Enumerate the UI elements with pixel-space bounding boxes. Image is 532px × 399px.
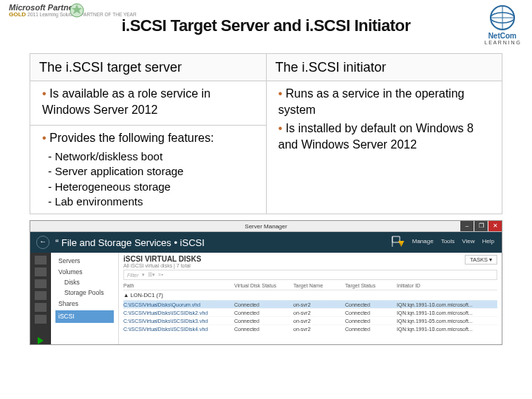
slide-title: i.SCSI Target Server and i.SCSI Initiato… [0,16,532,35]
filter-dropdown-icon[interactable]: ▾ [142,272,145,278]
filter-tag-icon[interactable]: ⌗▾ [158,272,163,278]
menu-view[interactable]: View [462,238,474,245]
cell-vstatus: Connected [234,318,293,324]
cell-target-row1: Is available as a role service in Window… [30,81,267,126]
cell-path: C:\iSCSIVirtualDisks\iSCSIDisk2.vhd [123,310,234,316]
strip-icon[interactable] [35,315,47,324]
initiator-bullet-1: Runs as a service in the operating syste… [279,86,494,117]
cell-path: C:\iSCSIVirtualDisks\iSCSIDisk4.vhd [123,327,234,332]
target-bullet-2: Provides the following features: [42,130,257,146]
nav-disks[interactable]: Disks [55,277,114,287]
cell-path: C:\iSCSIVirtualDisks\Quorum.vhd [123,302,234,307]
cell-vstatus: Connected [234,327,293,332]
main-panel: TASKS ▾ iSCSI VIRTUAL DISKS All iSCSI vi… [119,253,502,344]
filter-id-icon[interactable]: ☰▾ [148,272,155,278]
cell-iid: IQN:iqn.1991-10.com.microsoft... [397,302,497,307]
cell-initiator: Runs as a service in the operating syste… [266,81,502,214]
cell-vstatus: Connected [234,302,293,307]
cell-vstatus: Connected [234,310,293,316]
target-bullet-1: Is available as a role service in Window… [42,86,257,117]
table-headers: Path Virtual Disk Status Target Name Tar… [123,282,497,290]
cell-path: C:\iSCSIVirtualDisks\iSCSIDisk3.vhd [123,318,234,324]
notification-flag-icon[interactable]: ! [391,235,404,250]
cell-iid: IQN:iqn.1991-10.com.microsoft... [397,310,497,316]
globe-icon [489,4,516,32]
cell-iid: IQN:iqn.1991-10.com.microsoft... [397,327,497,332]
cell-tname: on-svr2 [293,318,345,324]
netcom-logo: NetCom L E A R N I N G [485,4,520,45]
comparison-table: The i.SCSI target server The i.SCSI init… [30,53,502,214]
nav-panel: Servers Volumes Disks Storage Pools Shar… [51,253,119,344]
window-title: Server Manager [245,223,287,230]
col-initiator-id[interactable]: Initiator ID [397,283,497,288]
server-manager-window: Server Manager – ❐ ✕ ← “ File and Storag… [30,220,502,345]
cell-tname: on-svr2 [293,302,345,307]
close-button[interactable]: ✕ [488,221,502,231]
cell-tstatus: Connected [345,310,397,316]
tasks-dropdown[interactable]: TASKS ▾ [465,255,497,265]
col-head-target-server: The i.SCSI target server [30,54,267,81]
menu-manage[interactable]: Manage [412,238,434,245]
minimize-button[interactable]: – [460,221,474,231]
maximize-button[interactable]: ❐ [474,221,488,231]
group-header[interactable]: ▲ LON-DC1 (7) [123,290,497,300]
col-target-status[interactable]: Target Status [345,283,397,288]
col-target-name[interactable]: Target Name [293,283,345,288]
left-icon-strip [30,253,51,344]
ribbon-bar: ← “ File and Storage Services • iSCSI ! … [30,232,502,253]
target-sub-2: Server application storage [39,164,257,179]
strip-icon[interactable] [35,256,47,265]
cell-tstatus: Connected [345,302,397,307]
filter-input[interactable]: Filter [127,273,139,278]
target-sub-3: Heterogeneous storage [39,180,257,194]
menu-help[interactable]: Help [482,238,494,245]
table-row[interactable]: C:\iSCSIVirtualDisks\iSCSIDisk3.vhd Conn… [123,316,497,324]
col-head-initiator: The i.SCSI initiator [266,54,502,81]
target-sub-4: Lab environments [39,194,257,209]
initiator-bullet-2: Is installed by default on Windows 8 and… [279,120,494,152]
section-title: iSCSI VIRTUAL DISKS [123,255,497,263]
nav-iscsi[interactable]: iSCSI [55,310,114,322]
menu-tools[interactable]: Tools [441,238,455,245]
back-button[interactable]: ← [36,236,50,249]
table-row[interactable]: C:\iSCSIVirtualDisks\iSCSIDisk2.vhd Conn… [123,308,497,316]
ribbon-right-menu: Manage Tools View Help [412,238,494,245]
breadcrumb[interactable]: “ File and Storage Services • iSCSI [55,237,205,248]
cell-tname: on-svr2 [293,310,345,316]
section-subtitle: All iSCSI virtual disks | 7 total [123,263,497,268]
slide-header: Microsoft Partner GOLD 2011 Learning Sol… [0,0,532,44]
netcom-tagline: L E A R N I N G [485,40,520,45]
table-row[interactable]: C:\iSCSIVirtualDisks\iSCSIDisk4.vhd Conn… [123,324,497,332]
strip-icon[interactable] [35,303,47,312]
window-buttons: – ❐ ✕ [460,221,502,231]
cell-tstatus: Connected [345,327,397,332]
strip-icon[interactable] [35,267,47,276]
table-row[interactable]: C:\iSCSIVirtualDisks\Quorum.vhd Connecte… [123,300,497,308]
nav-storage-pools[interactable]: Storage Pools [55,287,114,298]
cell-tstatus: Connected [345,318,397,324]
window-titlebar[interactable]: Server Manager – ❐ ✕ [30,221,502,232]
cell-iid: IQN:iqn.1991-05.com.microsoft... [397,318,497,324]
strip-icon[interactable] [35,279,47,288]
col-path[interactable]: Path [123,283,234,288]
cell-tname: on-svr2 [293,327,345,332]
strip-icon[interactable] [35,291,47,300]
nav-servers[interactable]: Servers [55,256,114,266]
nav-volumes[interactable]: Volumes [55,267,114,277]
filter-bar: Filter ▾ ☰▾ ⌗▾ [123,270,497,280]
netcom-brand: NetCom [485,32,520,40]
target-sub-1: Network/diskless boot [39,149,257,164]
play-icon[interactable] [38,337,44,344]
cell-target-row2: Provides the following features: Network… [30,126,267,214]
col-vdisk-status[interactable]: Virtual Disk Status [234,283,293,288]
nav-shares[interactable]: Shares [55,299,114,309]
